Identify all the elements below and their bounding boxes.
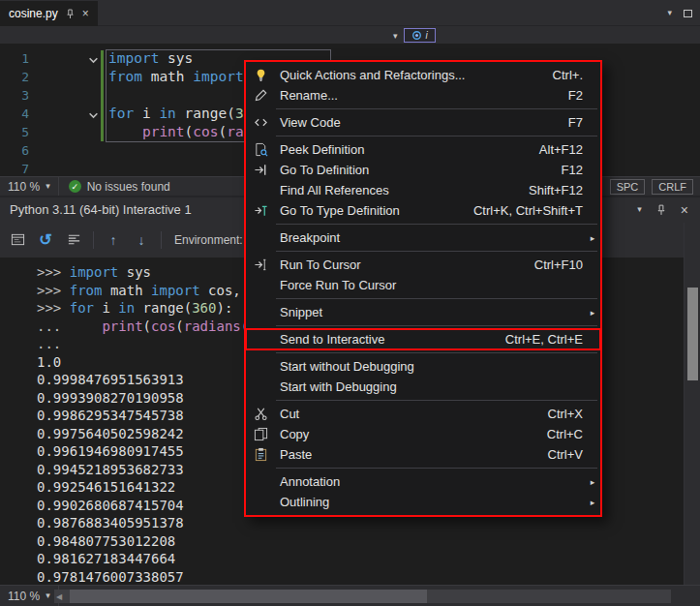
issues-text: No issues found xyxy=(87,180,170,194)
menu-item-force-run-to-cursor[interactable]: Force Run To Cursor xyxy=(246,275,600,295)
editor-zoom-control[interactable]: 110 % ▾ xyxy=(0,177,59,196)
menu-item-label: Find All References xyxy=(275,183,521,197)
menu-item-label: Start with Debugging xyxy=(275,379,575,394)
menu-item-label: Start without Debugging xyxy=(275,359,575,374)
line-number: 6 xyxy=(0,143,29,158)
menu-item-breakpoint[interactable]: Breakpoint▸ xyxy=(246,227,600,248)
submenu-arrow-icon: ▸ xyxy=(585,233,600,243)
vertical-scrollbar[interactable] xyxy=(684,223,700,585)
menu-item-label: Send to Interactive xyxy=(275,332,498,347)
interactive-options-icon[interactable] xyxy=(9,231,26,249)
menu-item-label: Force Run To Cursor xyxy=(275,278,575,292)
scroll-left-icon[interactable]: ◀ xyxy=(56,592,62,601)
rename-icon xyxy=(246,88,275,103)
toolbar-separator xyxy=(93,231,94,249)
fold-chevron-icon[interactable] xyxy=(88,53,100,65)
horizontal-scrollbar[interactable]: ◀ xyxy=(54,590,671,603)
repl-line: 0.9781476007338057 xyxy=(37,568,684,586)
line-ending-indicator[interactable]: CRLF xyxy=(652,179,693,195)
visual-studio-window: cosine.py × ▾ ▾ i 1import sys2from math … xyxy=(0,0,700,606)
line-number: 7 xyxy=(0,162,29,176)
menu-item-label: Go To Type Definition xyxy=(275,203,466,218)
menu-separator xyxy=(276,325,597,326)
go-to-definition-icon xyxy=(246,163,275,177)
document-health-indicator[interactable]: ✓ No issues found xyxy=(59,180,180,194)
close-icon[interactable]: × xyxy=(82,8,89,19)
copy-icon xyxy=(246,427,275,441)
menu-item-go-to-definition[interactable]: Go To DefinitionF12 xyxy=(246,160,600,180)
copilot-icon xyxy=(411,30,422,41)
menu-item-snippet[interactable]: Snippet▸ xyxy=(246,302,600,322)
scrollbar-thumb[interactable] xyxy=(687,288,698,380)
editor-zoom-value: 110 % xyxy=(8,180,40,194)
line-number: 4 xyxy=(0,106,29,121)
window-icon[interactable] xyxy=(684,10,692,17)
menu-item-shortcut: F2 xyxy=(561,88,585,103)
menu-item-outlining[interactable]: Outlining▸ xyxy=(246,492,600,512)
menu-item-rename[interactable]: Rename...F2 xyxy=(246,85,600,106)
menu-item-label: Breakpoint xyxy=(275,230,575,245)
submenu-arrow-icon: ▸ xyxy=(585,498,600,507)
tab-list-chevron-icon[interactable]: ▾ xyxy=(667,9,672,17)
menu-item-find-all-references[interactable]: Find All ReferencesShift+F12 xyxy=(246,180,600,200)
pin-icon[interactable] xyxy=(655,204,667,216)
window-position-chevron-icon[interactable]: ▾ xyxy=(637,205,642,214)
tab-title: cosine.py xyxy=(9,7,58,20)
tab-cosine-py[interactable]: cosine.py × xyxy=(0,1,98,26)
toolbar-separator xyxy=(161,231,162,249)
view-code-icon xyxy=(246,115,275,130)
space-indicator[interactable]: SPC xyxy=(610,179,646,195)
tab-bar-controls: ▾ xyxy=(667,0,692,26)
context-menu: Quick Actions and Refactorings...Ctrl+.R… xyxy=(244,60,602,517)
menu-separator xyxy=(276,468,597,469)
menu-item-run-to-cursor[interactable]: Run To CursorCtrl+F10 xyxy=(246,255,600,275)
chevron-down-icon: ▾ xyxy=(46,182,50,191)
menu-item-view-code[interactable]: View CodeF7 xyxy=(246,112,600,133)
menu-item-send-to-interactive[interactable]: Send to InteractiveCtrl+E, Ctrl+E xyxy=(246,329,600,349)
menu-item-go-to-type-definition[interactable]: Go To Type DefinitionCtrl+K, Ctrl+Shift+… xyxy=(246,200,600,221)
menu-item-cut[interactable]: CutCtrl+X xyxy=(246,404,600,424)
menu-item-label: Outlining xyxy=(275,495,575,509)
menu-item-paste[interactable]: PasteCtrl+V xyxy=(246,444,600,465)
repl-line: 0.984807753012208 xyxy=(37,532,684,551)
repl-line: 0.981627183447664 xyxy=(37,550,684,568)
line-number: 2 xyxy=(0,70,29,84)
menu-item-shortcut: Ctrl+X xyxy=(540,407,585,421)
history-previous-icon[interactable]: ↑ xyxy=(105,231,122,249)
menu-item-label: Cut xyxy=(275,407,540,421)
menu-item-annotation[interactable]: Annotation▸ xyxy=(246,471,600,492)
interactive-status-bar: 110 % ▾ ◀ xyxy=(0,585,700,606)
reset-icon[interactable]: ↺ xyxy=(37,231,54,249)
peek-definition-icon xyxy=(246,142,275,157)
editor-top-strip: ▾ i xyxy=(0,27,700,44)
scrollbar-thumb[interactable] xyxy=(70,590,427,603)
menu-item-shortcut: Ctrl+V xyxy=(540,447,585,462)
menu-separator xyxy=(276,400,597,401)
clear-icon[interactable] xyxy=(65,231,82,249)
menu-item-quick-actions-and-refactorings[interactable]: Quick Actions and Refactorings...Ctrl+. xyxy=(246,65,600,85)
context-menu-items: Quick Actions and Refactorings...Ctrl+.R… xyxy=(246,65,600,512)
menu-item-start-without-debugging[interactable]: Start without Debugging xyxy=(246,356,600,377)
interactive-zoom-control[interactable]: 110 % ▾ xyxy=(0,586,59,606)
go-to-type-definition-icon xyxy=(246,203,275,218)
menu-separator xyxy=(276,352,597,353)
close-icon[interactable]: × xyxy=(681,203,688,217)
pin-icon[interactable] xyxy=(65,9,76,19)
history-next-icon[interactable]: ↓ xyxy=(133,231,150,249)
copilot-badge[interactable]: i xyxy=(404,28,436,43)
menu-item-peek-definition[interactable]: Peek DefinitionAlt+F12 xyxy=(246,139,600,160)
submenu-arrow-icon: ▸ xyxy=(585,477,600,487)
menu-item-shortcut: Ctrl+F10 xyxy=(527,258,585,272)
code-text: import sys xyxy=(108,49,193,68)
menu-item-start-with-debugging[interactable]: Start with Debugging xyxy=(246,377,600,397)
interactive-window-controls: ▾ × xyxy=(637,203,690,217)
chevron-down-icon[interactable]: ▾ xyxy=(393,32,398,41)
fold-chevron-icon[interactable] xyxy=(88,108,100,120)
menu-item-shortcut: F7 xyxy=(561,115,585,130)
menu-item-label: Annotation xyxy=(275,474,575,489)
menu-item-shortcut: Ctrl+E, Ctrl+E xyxy=(498,332,585,347)
run-to-cursor-icon xyxy=(246,258,275,272)
menu-item-copy[interactable]: CopyCtrl+C xyxy=(246,424,600,444)
submenu-arrow-icon: ▸ xyxy=(585,308,600,318)
menu-separator xyxy=(276,298,597,299)
